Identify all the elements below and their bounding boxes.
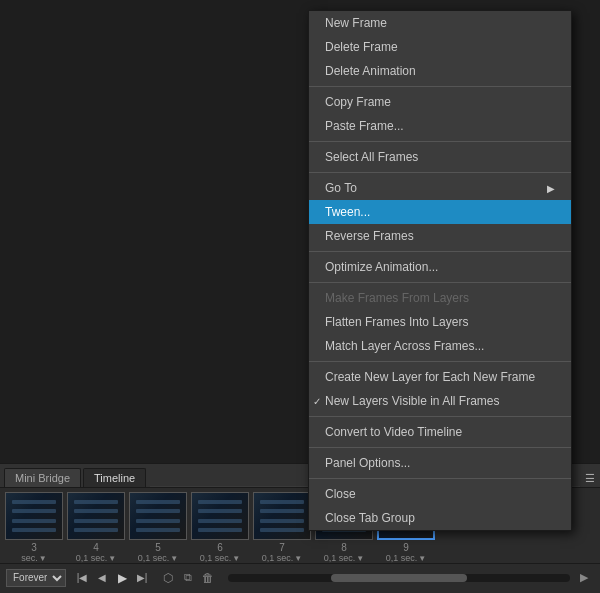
separator	[309, 478, 571, 479]
separator	[309, 251, 571, 252]
menu-item-copy-frame[interactable]: Copy Frame	[309, 90, 571, 114]
menu-item-paste-frame[interactable]: Paste Frame...	[309, 114, 571, 138]
separator	[309, 447, 571, 448]
checkmark-icon: ✓	[313, 396, 321, 407]
menu-item-close-tab-group[interactable]: Close Tab Group	[309, 506, 571, 530]
menu-item-select-all-frames[interactable]: Select All Frames	[309, 145, 571, 169]
menu-item-reverse-frames[interactable]: Reverse Frames	[309, 224, 571, 248]
menu-item-close[interactable]: Close	[309, 482, 571, 506]
menu-item-create-new-layer[interactable]: Create New Layer for Each New Frame	[309, 365, 571, 389]
separator	[309, 172, 571, 173]
menu-item-go-to[interactable]: Go To ▶	[309, 176, 571, 200]
menu-item-delete-frame[interactable]: Delete Frame	[309, 35, 571, 59]
menu-item-new-layers-visible[interactable]: ✓ New Layers Visible in All Frames	[309, 389, 571, 413]
menu-item-panel-options[interactable]: Panel Options...	[309, 451, 571, 475]
menu-item-make-frames-from-layers: Make Frames From Layers	[309, 286, 571, 310]
menu-item-delete-animation[interactable]: Delete Animation	[309, 59, 571, 83]
menu-overlay: New Frame Delete Frame Delete Animation …	[0, 0, 600, 593]
separator	[309, 361, 571, 362]
separator	[309, 282, 571, 283]
menu-item-match-layer[interactable]: Match Layer Across Frames...	[309, 334, 571, 358]
separator	[309, 416, 571, 417]
menu-item-tween[interactable]: Tween...	[309, 200, 571, 224]
separator	[309, 86, 571, 87]
separator	[309, 141, 571, 142]
submenu-arrow-icon: ▶	[547, 183, 555, 194]
menu-item-new-frame[interactable]: New Frame	[309, 11, 571, 35]
menu-item-flatten-frames[interactable]: Flatten Frames Into Layers	[309, 310, 571, 334]
context-menu: New Frame Delete Frame Delete Animation …	[308, 10, 572, 531]
menu-item-optimize-animation[interactable]: Optimize Animation...	[309, 255, 571, 279]
menu-item-convert-video[interactable]: Convert to Video Timeline	[309, 420, 571, 444]
